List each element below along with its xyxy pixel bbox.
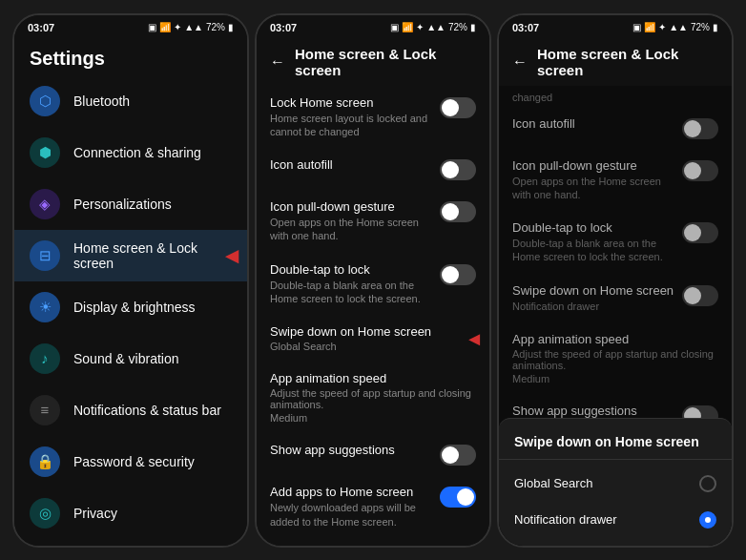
global-search-label: Global Search: [514, 476, 592, 490]
app-animation-item[interactable]: App animation speed Adjust the speed of …: [257, 362, 489, 433]
password-icon-bg: 🔒: [30, 446, 60, 477]
double-tap-lock-text: Double-tap to lock Double-tap a blank ar…: [270, 262, 432, 306]
notification-drawer-label: Notification drawer: [514, 512, 617, 527]
swipe-down-text: Swipe down on Home screen Global Search: [270, 324, 476, 352]
show-suggestions-text: Show app suggestions: [270, 443, 432, 457]
nav-title-2: Home screen & Lock screen: [295, 46, 476, 78]
status-time-2: 03:07: [270, 22, 297, 33]
settings-item-password[interactable]: 🔒 Password & security: [14, 436, 247, 487]
pull-down-desc-2: Open apps on the Home screen with one ha…: [512, 175, 674, 202]
app-animation-2[interactable]: App animation speed Adjust the speed of …: [499, 322, 732, 394]
double-tap-lock-title: Double-tap to lock: [270, 262, 432, 277]
radio-item-notification-drawer[interactable]: Notification drawer: [499, 502, 732, 538]
homescreen-icon-bg: ⊟: [30, 240, 60, 271]
pull-down-switch-2[interactable]: [682, 160, 718, 181]
double-tap-lock-toggle[interactable]: Double-tap to lock Double-tap a blank ar…: [257, 253, 489, 316]
swipe-down-switch-2[interactable]: [682, 285, 718, 306]
icon-autofill-switch[interactable]: [440, 159, 476, 180]
pull-down-2[interactable]: Icon pull-down gesture Open apps on the …: [499, 149, 732, 212]
sim2-icon: ▣: [390, 22, 399, 32]
battery3-text: 72%: [691, 22, 710, 32]
settings-title: Settings: [14, 38, 247, 75]
double-tap-lock-2[interactable]: Double-tap to lock Double-tap a blank ar…: [499, 211, 732, 274]
connection-icon-bg: ⬢: [30, 137, 60, 168]
settings-item-notifications[interactable]: ≡ Notifications & status bar: [14, 384, 247, 436]
pull-down-switch[interactable]: [440, 201, 476, 222]
double-tap-lock-switch[interactable]: [440, 264, 476, 285]
settings-item-personalizations[interactable]: ◈ Personalizations: [14, 178, 247, 230]
add-apps-switch[interactable]: [440, 487, 476, 508]
swipe-down-title-2: Swipe down on Home screen: [512, 283, 674, 298]
bluetooth-icon: ✦: [174, 22, 181, 32]
show-suggestions-toggle[interactable]: Show app suggestions: [257, 433, 489, 475]
connection-label: Connection & sharing: [73, 145, 201, 160]
settings-item-sound[interactable]: ♪ Sound & vibration: [14, 333, 247, 384]
swipe-down-text-2: Swipe down on Home screen Notification d…: [512, 283, 674, 313]
settings-item-display[interactable]: ☀ Display & brightness: [14, 281, 247, 333]
lock-home-toggle[interactable]: Lock Home screen Home screen layout is l…: [257, 86, 489, 149]
pull-down-desc: Open apps on the Home screen with one ha…: [270, 216, 432, 243]
icon-autofill-toggle[interactable]: Icon autofill: [257, 148, 489, 190]
double-tap-lock-switch-2[interactable]: [682, 222, 718, 243]
bt3-icon: ✦: [658, 22, 666, 32]
add-apps-toggle[interactable]: Add apps to Home screen Newly downloaded…: [257, 475, 489, 538]
settings-item-connection[interactable]: ⬢ Connection & sharing: [14, 127, 247, 178]
double-tap-lock-text-2: Double-tap to lock Double-tap a blank ar…: [512, 220, 674, 264]
app-animation-value: Medium: [270, 412, 476, 424]
battery3-icon: ▮: [713, 22, 718, 32]
icon-autofill-text-2: Icon autofill: [512, 116, 674, 131]
nav-bar-3: ← Home screen & Lock screen: [499, 38, 732, 86]
swipe-down-2[interactable]: Swipe down on Home screen Notification d…: [499, 274, 732, 322]
status-time-3: 03:07: [512, 22, 539, 33]
password-label: Password & security: [73, 454, 195, 469]
app-animation-title-2: App animation speed: [512, 332, 718, 346]
status-time-1: 03:07: [28, 22, 54, 33]
bottom-sheet-title: Swipe down on Home screen: [499, 434, 732, 460]
lock-screen-section: LOCK SCREEN: [257, 538, 489, 546]
bt2-icon: ✦: [416, 22, 424, 32]
swipe-down-arrow: ◄: [465, 327, 484, 349]
pull-down-title-2: Icon pull-down gesture: [512, 158, 674, 173]
notifications-icon-bg: ≡: [30, 395, 60, 425]
notification-drawer-radio[interactable]: [699, 511, 716, 529]
swipe-down-item[interactable]: Swipe down on Home screen Global Search …: [257, 315, 489, 362]
bottom-sheet: Swipe down on Home screen Global Search …: [499, 418, 732, 546]
swipe-down-title: Swipe down on Home screen: [270, 324, 476, 339]
icon-autofill-switch-2[interactable]: [682, 118, 718, 139]
lock-home-toggle-switch[interactable]: [440, 97, 476, 118]
show-suggestions-switch[interactable]: [440, 445, 476, 466]
lock-home-desc: Home screen layout is locked and cannot …: [270, 112, 432, 139]
global-search-radio[interactable]: [699, 475, 716, 492]
battery2-icon: ▮: [470, 22, 476, 32]
bluetooth-icon-bg: ⬡: [30, 86, 60, 116]
add-apps-desc: Newly downloaded apps will be added to t…: [270, 501, 432, 529]
bluetooth-label: Bluetooth: [73, 93, 130, 109]
battery-text: 72%: [206, 22, 225, 32]
signal3-icon: ▲▲: [669, 22, 688, 32]
app-animation-value-2: Medium: [512, 373, 718, 384]
signal2-icon: ▲▲: [426, 22, 446, 32]
swipe-down-value: Global Search: [270, 341, 476, 352]
changed-label: changed: [499, 86, 732, 107]
status-bar-3: 03:07 ▣ 📶 ✦ ▲▲ 72% ▮: [499, 15, 732, 38]
settings-item-safety[interactable]: ⊕ Safety & emergency: [14, 539, 247, 546]
back-button-2[interactable]: ←: [270, 53, 285, 71]
privacy-icon-bg: ◎: [30, 498, 60, 529]
app-animation-text-2: App animation speed Adjust the speed of …: [512, 332, 718, 384]
settings-item-privacy[interactable]: ◎ Privacy: [14, 487, 247, 539]
swipe-down-desc-2: Notification drawer: [512, 300, 674, 313]
add-apps-text: Add apps to Home screen Newly downloaded…: [270, 485, 432, 529]
settings-item-bluetooth[interactable]: ⬡ Bluetooth: [14, 75, 247, 127]
back-button-3[interactable]: ←: [512, 53, 528, 71]
show-suggestions-text-2: Show app suggestions: [512, 404, 674, 418]
screenshots-container: 03:07 ▣ 📶 ✦ ▲▲ 72% ▮ Settings ⬡ Bluetoot…: [12, 13, 734, 548]
display-icon-bg: ☀: [30, 292, 60, 322]
pull-down-gesture-toggle[interactable]: Icon pull-down gesture Open apps on the …: [257, 190, 489, 253]
icon-autofill-toggle-2[interactable]: Icon autofill: [499, 107, 732, 149]
radio-item-global-search[interactable]: Global Search: [499, 466, 732, 502]
app-animation-title: App animation speed: [270, 371, 476, 385]
app-animation-desc-2: Adjust the speed of app startup and clos…: [512, 348, 718, 371]
status-bar-2: 03:07 ▣ 📶 ✦ ▲▲ 72% ▮: [257, 15, 489, 38]
settings-item-homescreen[interactable]: ⊟ Home screen & Lock screen ◄: [14, 230, 247, 281]
wifi2-icon: 📶: [402, 22, 413, 32]
